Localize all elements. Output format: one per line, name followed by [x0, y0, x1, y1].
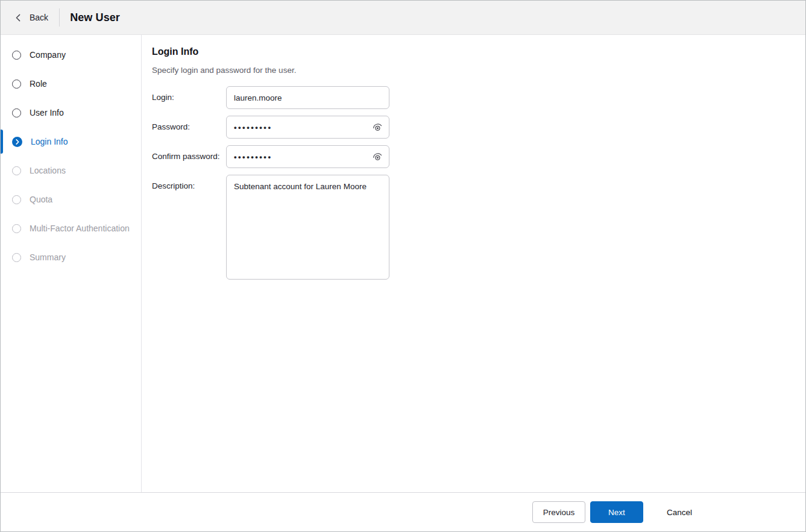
- description-row: Description:: [152, 175, 805, 282]
- confirm-password-label: Confirm password:: [152, 145, 226, 168]
- sidebar-item-summary[interactable]: Summary: [1, 243, 141, 272]
- confirm-password-row: Confirm password:: [152, 145, 805, 168]
- wizard-footer: Previous Next Cancel: [1, 492, 805, 531]
- step-label: Quota: [30, 195, 52, 204]
- show-confirm-password-button[interactable]: [371, 150, 384, 163]
- step-label: Company: [30, 50, 66, 60]
- login-label: Login:: [152, 86, 226, 109]
- back-label: Back: [30, 13, 48, 22]
- step-circle-icon: [12, 166, 21, 175]
- back-button[interactable]: Back: [1, 1, 59, 34]
- description-label: Description:: [152, 175, 226, 282]
- step-label: Login Info: [31, 137, 68, 146]
- previous-button[interactable]: Previous: [532, 501, 585, 523]
- next-button[interactable]: Next: [590, 501, 643, 523]
- chevron-right-circle-icon: [12, 137, 22, 147]
- header-divider: [59, 8, 60, 27]
- step-circle-icon: [12, 108, 21, 117]
- section-title: Login Info: [152, 46, 805, 57]
- step-label: Locations: [30, 166, 66, 175]
- eye-icon: [372, 151, 383, 162]
- step-label: Role: [30, 79, 47, 89]
- sidebar-item-login-info[interactable]: Login Info: [1, 127, 141, 156]
- cancel-button[interactable]: Cancel: [657, 501, 702, 523]
- section-subtitle: Specify login and password for the user.: [152, 66, 805, 75]
- step-circle-icon: [12, 51, 21, 60]
- sidebar-item-multi-factor-authentication[interactable]: Multi-Factor Authentication: [1, 214, 141, 243]
- step-circle-icon: [12, 80, 21, 89]
- description-textarea[interactable]: [226, 175, 389, 280]
- login-input[interactable]: [226, 86, 389, 109]
- step-label: Multi-Factor Authentication: [30, 224, 130, 233]
- sidebar-item-role[interactable]: Role: [1, 69, 141, 98]
- password-row: Password:: [152, 116, 805, 139]
- password-label: Password:: [152, 116, 226, 139]
- chevron-left-icon: [14, 14, 22, 22]
- wizard-header: Back New User: [1, 1, 805, 35]
- eye-icon: [372, 122, 383, 133]
- login-info-panel: Login Info Specify login and password fo…: [142, 35, 805, 492]
- password-input[interactable]: [226, 116, 389, 139]
- step-label: Summary: [30, 252, 66, 262]
- step-circle-icon: [12, 195, 21, 204]
- step-circle-icon: [12, 224, 21, 233]
- sidebar-item-company[interactable]: Company: [1, 40, 141, 69]
- step-label: User Info: [30, 108, 64, 117]
- login-row: Login:: [152, 86, 805, 109]
- show-password-button[interactable]: [371, 120, 384, 134]
- sidebar-item-user-info[interactable]: User Info: [1, 98, 141, 127]
- wizard-body: Company Role User Info Login Info: [1, 35, 805, 492]
- page-title: New User: [70, 11, 120, 24]
- confirm-password-input[interactable]: [226, 145, 389, 168]
- wizard-steps-sidebar: Company Role User Info Login Info: [1, 35, 142, 492]
- new-user-wizard-window: Back New User Company Role User Info: [0, 0, 806, 532]
- step-circle-icon: [12, 253, 21, 262]
- sidebar-item-locations[interactable]: Locations: [1, 156, 141, 185]
- login-info-form: Login: Password:: [152, 86, 805, 282]
- sidebar-item-quota[interactable]: Quota: [1, 185, 141, 214]
